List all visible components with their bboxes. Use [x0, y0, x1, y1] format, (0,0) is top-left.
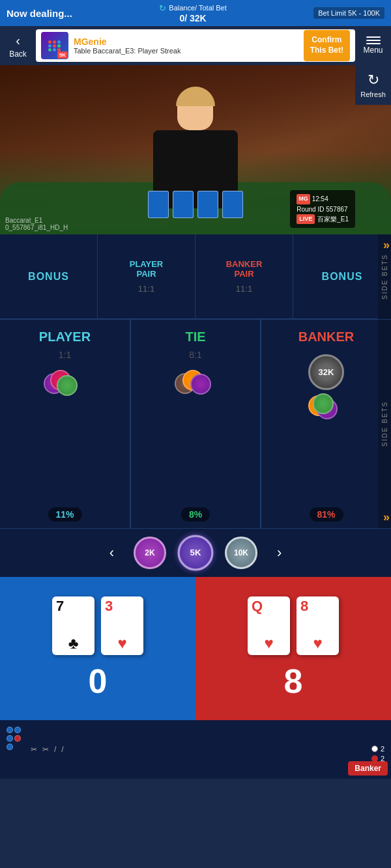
player-score: 0: [89, 662, 108, 701]
player-cards-area: 7 ♣ 3 ♥ 0: [0, 577, 195, 720]
dot: [57, 40, 61, 44]
banker-cards-area: Q ♥ 8 ♥ 8: [195, 577, 391, 720]
player-label: PLAYER: [39, 329, 91, 344]
chip-option-2k[interactable]: 2K: [134, 537, 166, 569]
notification-banner[interactable]: 5K MGenie Table Baccarat_E3: Player Stre…: [36, 29, 355, 62]
now-dealing-text: Now dealing...: [7, 8, 72, 19]
refresh-button[interactable]: ↻ Refresh: [355, 65, 391, 105]
dot: [53, 48, 56, 51]
notif-text: MGenie Table Baccarat_E3: Player Streak: [74, 36, 298, 55]
top-header: Now dealing... ↻ Balance/ Total Bet 0/ 3…: [0, 0, 391, 26]
main-bets-section: PLAYER 1:1 11% TIE 8:1 8%: [0, 320, 391, 528]
dot: [48, 40, 51, 44]
banker-card-2: 8 ♥: [297, 596, 339, 655]
chip-10k-circle: 10K: [225, 537, 257, 569]
legend-dot-white: [371, 746, 378, 752]
player-pair-odds: 11:1: [138, 284, 154, 294]
card-value: 7: [56, 599, 91, 613]
score-dots-left: [3, 723, 24, 776]
score-dot: [7, 727, 13, 733]
table-name: 百家樂_E1: [317, 214, 349, 224]
balance-label-text: Balance/ Total Bet: [169, 4, 226, 12]
scoreboard: ✂ ✂ / / 2 2 0 Banker: [0, 720, 391, 779]
refresh-icon: ↻: [368, 72, 379, 89]
symbol-2: ✂: [42, 745, 49, 754]
mg-badge: MG: [297, 194, 310, 204]
banker-pair-odds: 11:1: [236, 284, 252, 294]
score-dot: [7, 735, 13, 742]
video-bottom-label: Baccarat_E1 0_557867_i81_HD_H: [5, 217, 68, 231]
refresh-label: Refresh: [360, 91, 386, 98]
tie-label: TIE: [185, 329, 205, 344]
dealer-silhouette: [137, 85, 254, 208]
card-value: 8: [300, 599, 335, 613]
player-percentage: 11%: [48, 507, 81, 522]
card-value: 3: [105, 599, 139, 613]
side-bet-bonus-right[interactable]: BONUS: [293, 234, 391, 318]
tie-bet-cell[interactable]: TIE 8:1 8%: [130, 320, 261, 528]
notif-name: MGenie: [74, 36, 298, 47]
side-bet-banker-pair[interactable]: BANKERPAIR 11:1: [195, 234, 293, 318]
main-side-bets-label: SIDE BETS: [378, 320, 391, 528]
nav-row: ‹ Back 5K MGenie Table Baccarat_E3: Play…: [0, 26, 391, 65]
notif-desc: Table Baccarat_E3: Player Streak: [74, 47, 298, 55]
video-area: MG 12:54 Round ID 557867 LIVE 百家樂_E1 Bac…: [0, 65, 391, 234]
chip-5k-circle: 5K: [178, 535, 214, 571]
avatar-dots: [48, 40, 61, 51]
side-bet-bonus-left[interactable]: BONUS: [0, 234, 98, 318]
chip-option-5k[interactable]: 5K: [179, 537, 212, 569]
player-pair-label: PLAYERPAIR: [130, 259, 164, 279]
back-label: Back: [9, 49, 27, 59]
menu-button[interactable]: Menu: [355, 26, 391, 65]
card-back: [197, 191, 218, 218]
chip: [313, 393, 334, 414]
side-bets-grid: BONUS PLAYERPAIR 11:1 BANKERPAIR 11:1 BO…: [0, 234, 391, 319]
cards-section: 7 ♣ 3 ♥ 0 Q ♥ 8 ♥ 8: [0, 577, 391, 720]
chip-selector: ‹ 2K 5K 10K ›: [0, 528, 391, 577]
symbol-3: /: [54, 745, 56, 754]
notif-badge: 5K: [57, 51, 68, 59]
score-right: 2 2 0 Banker: [368, 723, 388, 776]
banker-bet-chip: 32K: [308, 354, 344, 390]
score-symbols-area: ✂ ✂ / /: [27, 723, 365, 776]
table-cards: [148, 191, 243, 218]
confirm-bet-button[interactable]: ConfirmThis Bet!: [304, 30, 350, 61]
round-id: Round ID 557867: [297, 204, 349, 214]
player-bet-cell[interactable]: PLAYER 1:1 11%: [0, 320, 130, 528]
side-bet-player-pair[interactable]: PLAYERPAIR 11:1: [98, 234, 195, 318]
mg-logo: MG 12:54: [297, 194, 349, 204]
balance-amount: 0/ 32K: [159, 13, 226, 23]
score-row: [7, 735, 21, 742]
score-row: [7, 727, 21, 733]
banker-label: BANKER: [298, 329, 355, 344]
chip-next-button[interactable]: ›: [270, 541, 288, 565]
dot: [57, 48, 61, 51]
back-button[interactable]: ‹ Back: [0, 26, 36, 65]
hamburger-icon: [366, 36, 381, 44]
tie-chips: [175, 370, 217, 399]
banker-pair-label: BANKERPAIR: [226, 259, 263, 279]
chip-option-10k[interactable]: 10K: [225, 537, 257, 569]
menu-line: [366, 43, 381, 44]
chip-2k-label: 2K: [145, 548, 154, 557]
player-chips: [44, 370, 86, 399]
dot: [57, 44, 61, 48]
main-bets-chevron[interactable]: »: [383, 511, 390, 524]
chip-5k-label: 5K: [190, 548, 201, 557]
refresh-small-icon: ↻: [159, 3, 166, 13]
symbol-1: ✂: [31, 745, 37, 754]
chip-2k-circle: 2K: [134, 537, 166, 569]
legend-count-white: 2: [381, 745, 384, 753]
bonus-right-label: BONUS: [322, 271, 363, 283]
chip-prev-button[interactable]: ‹: [103, 541, 121, 565]
banker-percentage: 81%: [309, 507, 343, 522]
side-bets-chevron-top[interactable]: »: [383, 238, 390, 252]
card-suit: ♥: [105, 634, 139, 652]
player-card-2: 3 ♥: [101, 596, 143, 655]
notif-avatar: 5K: [41, 32, 68, 59]
player-card-row: 7 ♣ 3 ♥: [52, 596, 143, 655]
banker-score: 8: [284, 662, 303, 701]
menu-line: [366, 40, 381, 41]
tie-odds: 8:1: [189, 350, 201, 360]
banker-bet-cell[interactable]: BANKER 32K 81%: [261, 320, 391, 528]
